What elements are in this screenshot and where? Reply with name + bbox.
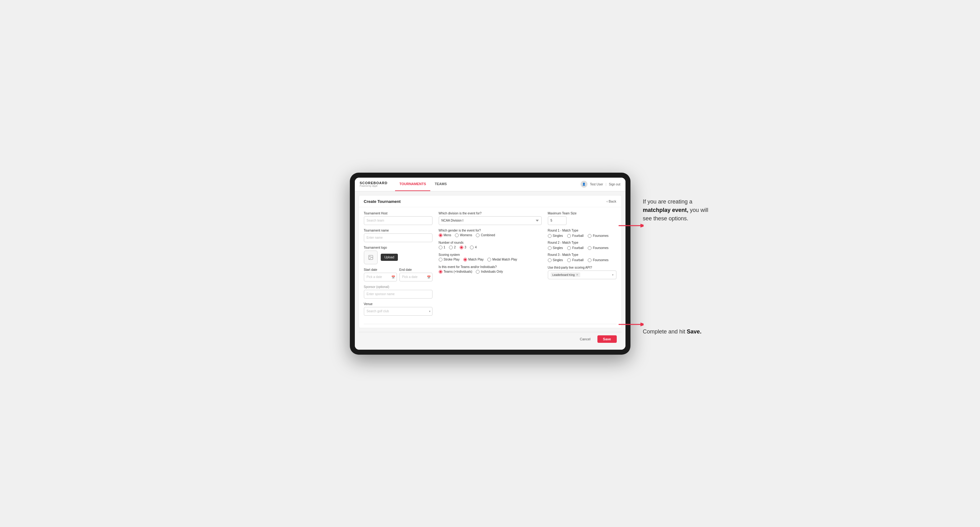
- venue-input[interactable]: [364, 307, 433, 316]
- round3-options: Singles Fourball Foursomes: [548, 258, 616, 262]
- back-link[interactable]: ‹ Back: [606, 200, 616, 203]
- rounds-1[interactable]: 1: [439, 246, 445, 249]
- avatar: 👤: [581, 181, 587, 187]
- round3-foursomes[interactable]: Foursomes: [588, 258, 608, 262]
- round2-match-type: Round 2 - Match Type Singles Fourball: [548, 241, 616, 250]
- round1-match-type: Round 1 - Match Type Singles Fourball: [548, 229, 616, 238]
- dates-group: Start date 📅 End date: [364, 268, 433, 281]
- round1-foursomes[interactable]: Foursomes: [588, 234, 608, 238]
- tournament-name-group: Tournament name: [364, 229, 433, 242]
- form-title: Create Tournament: [364, 199, 401, 204]
- teams-plus-label: Teams (+Individuals): [444, 270, 473, 273]
- teams-label: Is this event for Teams and/or Individua…: [439, 265, 542, 269]
- round2-fourball[interactable]: Fourball: [567, 246, 583, 250]
- date-row: Start date 📅 End date: [364, 268, 433, 281]
- round3-match-type: Round 3 - Match Type Singles Fourball: [548, 253, 616, 262]
- rounds-3[interactable]: 3: [460, 246, 466, 249]
- max-team-size-input[interactable]: [548, 216, 566, 225]
- main-content: Create Tournament ‹ Back Tournament Host: [355, 191, 625, 350]
- scoring-group: Scoring system Stroke Play Match Play: [439, 253, 542, 262]
- scoring-stroke-label: Stroke Play: [444, 258, 460, 261]
- round3-fourball[interactable]: Fourball: [567, 258, 583, 262]
- round1-fourball[interactable]: Fourball: [567, 234, 583, 238]
- gender-mens[interactable]: Mens: [439, 233, 451, 237]
- annotation-bottom-bold: Save.: [687, 329, 702, 335]
- gender-label: Which gender is the event for?: [439, 229, 542, 232]
- signout-link[interactable]: Sign out: [609, 183, 620, 186]
- scoring-match[interactable]: Match Play: [463, 258, 484, 262]
- rounds-3-label: 3: [465, 246, 466, 249]
- round3-singles-label: Singles: [553, 258, 563, 262]
- nav-separator: |: [606, 183, 606, 186]
- upload-button[interactable]: Upload: [381, 254, 398, 261]
- scoring-match-label: Match Play: [468, 258, 484, 261]
- tournament-name-input[interactable]: [364, 233, 433, 242]
- tab-tournaments[interactable]: TOURNAMENTS: [395, 178, 430, 191]
- logo-title: SCOREBOARD: [360, 181, 388, 185]
- round3-singles[interactable]: Singles: [548, 258, 563, 262]
- round3-label: Round 3 - Match Type: [548, 253, 616, 257]
- round2-foursomes-label: Foursomes: [593, 246, 608, 250]
- cancel-button[interactable]: Cancel: [576, 335, 595, 343]
- teams-plus-individuals[interactable]: Teams (+Individuals): [439, 270, 473, 274]
- bottom-annotation: Complete and hit Save.: [643, 327, 718, 336]
- logo-upload-area: Upload: [364, 251, 433, 264]
- api-label: Use third-party live scoring API?: [548, 266, 616, 269]
- scoring-stroke[interactable]: Stroke Play: [439, 258, 460, 262]
- round2-fourball-label: Fourball: [572, 246, 583, 250]
- api-select[interactable]: Leaderboard King ✕ ▾: [548, 270, 616, 279]
- arrow-bottom: [619, 320, 644, 330]
- nav-bar: SCOREBOARD Powered by clippit TOURNAMENT…: [355, 178, 625, 191]
- middle-column: Which division is the event for? NCAA Di…: [439, 212, 542, 319]
- tablet-frame: SCOREBOARD Powered by clippit TOURNAMENT…: [350, 173, 630, 355]
- api-tag-remove[interactable]: ✕: [576, 273, 578, 276]
- division-label: Which division is the event for?: [439, 212, 542, 215]
- round1-foursomes-label: Foursomes: [593, 234, 608, 238]
- teams-radio-group: Teams (+Individuals) Individuals Only: [439, 270, 542, 274]
- annotation-bottom-text1: Complete and hit: [643, 329, 687, 335]
- venue-chevron-icon: ▾: [429, 310, 431, 313]
- form-header: Create Tournament ‹ Back: [359, 195, 621, 207]
- round2-singles-label: Singles: [553, 246, 563, 250]
- gender-combined-label: Combined: [481, 233, 495, 237]
- round2-foursomes[interactable]: Foursomes: [588, 246, 608, 250]
- round1-options: Singles Fourball Foursomes: [548, 234, 616, 238]
- api-chevron-icon[interactable]: ▾: [612, 273, 614, 276]
- venue-label: Venue: [364, 302, 433, 306]
- tournament-logo-label: Tournament logo: [364, 246, 433, 249]
- save-button[interactable]: Save: [597, 335, 617, 343]
- rounds-2[interactable]: 2: [449, 246, 456, 249]
- scoring-label: Scoring system: [439, 253, 542, 257]
- sponsor-label: Sponsor (optional): [364, 285, 433, 289]
- gender-mens-label: Mens: [444, 233, 451, 237]
- annotation-right-text1: If you are creating a: [643, 198, 692, 205]
- nav-right: 👤 Test User | Sign out: [581, 181, 620, 187]
- round2-singles[interactable]: Singles: [548, 246, 563, 250]
- form-footer: Cancel Save: [359, 332, 622, 346]
- gender-group: Which gender is the event for? Mens Wome…: [439, 229, 542, 237]
- tournament-host-input[interactable]: [364, 216, 433, 225]
- form-container: Create Tournament ‹ Back Tournament Host: [359, 195, 622, 328]
- division-select[interactable]: NCAA Division I: [439, 216, 542, 225]
- rounds-group: Number of rounds 1 2: [439, 241, 542, 249]
- gender-womens-label: Womens: [460, 233, 472, 237]
- logo-placeholder: [364, 251, 378, 264]
- tab-teams[interactable]: TEAMS: [430, 178, 451, 191]
- round1-singles[interactable]: Singles: [548, 234, 563, 238]
- sponsor-input[interactable]: [364, 290, 433, 298]
- scoring-medal[interactable]: Medal Match Play: [487, 258, 517, 262]
- gender-womens[interactable]: Womens: [455, 233, 472, 237]
- rounds-4[interactable]: 4: [470, 246, 477, 249]
- scoring-radio-group: Stroke Play Match Play Medal Match Play: [439, 258, 542, 262]
- svg-point-1: [369, 256, 370, 257]
- end-date-label: End date: [399, 268, 433, 271]
- start-date-input[interactable]: [364, 273, 397, 281]
- right-column: Maximum Team Size Round 1 - Match Type S…: [548, 212, 616, 319]
- max-team-size-label: Maximum Team Size: [548, 212, 616, 215]
- end-date-input[interactable]: [399, 273, 433, 281]
- individuals-only[interactable]: Individuals Only: [476, 270, 503, 274]
- rounds-2-label: 2: [454, 246, 456, 249]
- annotation-right-bold: matchplay event,: [643, 207, 689, 213]
- gender-combined[interactable]: Combined: [476, 233, 495, 237]
- teams-group: Is this event for Teams and/or Individua…: [439, 265, 542, 274]
